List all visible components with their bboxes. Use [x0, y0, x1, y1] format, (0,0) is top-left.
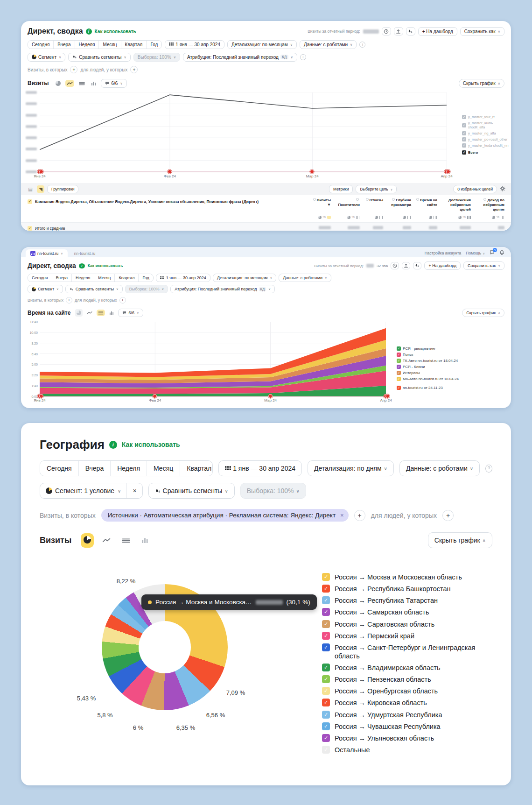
column-display-toggle[interactable]: % — [441, 214, 471, 220]
stacked-area-chart-type-icon[interactable] — [119, 535, 133, 546]
columns-chart-type-icon[interactable] — [90, 80, 98, 87]
legend-checkbox[interactable]: ✓ — [462, 143, 466, 148]
messages-icon[interactable]: 5 — [490, 250, 495, 256]
legend-item[interactable]: ✓y_master_kuda-shodit_alfa — [462, 121, 509, 129]
legend-item[interactable]: ✓Россия → Владимирская область — [322, 664, 476, 672]
sampling-button[interactable]: Выборка: 100%∨ — [133, 53, 180, 62]
compare-segments-button[interactable]: Сравнить сегменты∨ — [68, 53, 131, 62]
annotation-marker[interactable] — [39, 394, 43, 398]
column-header[interactable]: Время на сайте — [415, 198, 437, 212]
legend-item[interactable]: ✓Россия → Удмуртская Республика — [322, 711, 476, 719]
annotations-button[interactable]: 6/6∨ — [118, 309, 143, 317]
legend-item-total[interactable]: ✓Всего — [462, 150, 509, 155]
bell-icon[interactable] — [499, 250, 504, 256]
column-display-toggle[interactable]: % — [475, 214, 504, 220]
legend-item[interactable]: ✓Россия → Кировская область — [322, 699, 476, 707]
detail-level-button[interactable]: Детализация: по дням∨ — [308, 460, 394, 476]
compare-segments-button[interactable]: Сравнить сегменты∨ — [148, 483, 235, 499]
legend-checkbox[interactable]: ✓ — [322, 687, 330, 695]
legend-item[interactable]: ✓ТК-Авто nn-tourist.ru от 18.04.24 — [397, 359, 481, 363]
column-header[interactable]: Посетители — [335, 198, 360, 212]
bars-toggle-icon[interactable] — [434, 216, 437, 219]
segment-clear-icon[interactable]: × — [126, 483, 142, 498]
detail-level-button[interactable]: Детализация: по месяцам∨ — [227, 40, 297, 49]
period-button[interactable]: Сегодня — [28, 274, 52, 282]
date-range-button[interactable]: 1 янв — 30 апр 2024 — [218, 460, 302, 476]
percent-toggle-icon[interactable]: % — [463, 215, 466, 219]
attribution-button[interactable]: Атрибуция: Последний значимый переходКД∨ — [183, 53, 297, 62]
legend-item[interactable]: ✓y_master_kuda-shodit_nn — [462, 143, 509, 148]
legend-checkbox[interactable]: ✓ — [322, 722, 330, 730]
column-display-toggle[interactable] — [415, 214, 437, 220]
legend-checkbox[interactable]: ✓ — [397, 371, 401, 375]
hide-chart-button[interactable]: Скрыть график∧ — [459, 79, 504, 88]
column-goal-radio[interactable] — [366, 198, 369, 201]
period-button[interactable]: Квартал — [180, 461, 213, 476]
export-icon[interactable] — [394, 27, 403, 35]
columns-chart-type-icon[interactable] — [108, 310, 115, 316]
add-people-filter-button[interactable]: + — [130, 66, 138, 73]
annotations-button[interactable]: 6/6∨ — [101, 79, 127, 88]
how-to-use-link[interactable]: Как использовать — [122, 441, 180, 448]
choose-goal-button[interactable]: Выберите цель∨ — [356, 185, 397, 193]
detail-level-button[interactable]: Детализация: по месяцам∨ — [213, 274, 276, 282]
bars-toggle-icon[interactable] — [327, 216, 331, 219]
stacked-area-chart-type-icon[interactable] — [97, 310, 105, 316]
column-display-toggle[interactable]: % — [310, 214, 331, 220]
legend-item[interactable]: ✓РСЯ - ремаркетинг — [397, 346, 481, 351]
period-button[interactable]: Неделя — [75, 41, 99, 49]
save-as-button[interactable]: Сохранить как∨ — [463, 261, 504, 270]
legend-item[interactable]: ✓Поиск — [397, 353, 481, 357]
legend-checkbox[interactable]: ✓ — [462, 131, 466, 135]
bars-toggle-icon[interactable] — [467, 216, 471, 219]
annotation-marker[interactable] — [446, 169, 450, 174]
how-to-use-link[interactable]: Как использовать — [95, 29, 136, 34]
legend-item[interactable]: ✓Россия → Чувашская Республика — [322, 722, 476, 731]
legend-checkbox[interactable]: ✓ — [322, 585, 330, 593]
how-to-use-link[interactable]: Как использовать — [88, 263, 123, 268]
add-people-filter-button[interactable]: + — [119, 297, 126, 304]
pie-toggle-icon[interactable] — [458, 216, 462, 219]
stacked-area-chart-type-icon[interactable] — [77, 80, 86, 87]
period-button[interactable]: Вчера — [53, 41, 74, 49]
percent-toggle-icon[interactable]: % — [323, 215, 326, 219]
export-icon[interactable] — [402, 262, 410, 269]
period-button[interactable]: Вчера — [78, 461, 111, 476]
legend-item[interactable]: ✓nn-tourist.ru от 24.11.23 — [397, 386, 481, 390]
filter-chip-source[interactable]: Источники · Автоматическая атрибуция · Р… — [101, 509, 349, 522]
data-robots-button[interactable]: Данные: с роботами∨ — [300, 40, 357, 49]
sampling-button[interactable]: Выборка: 100%∨ — [240, 483, 306, 499]
bars-toggle-icon[interactable] — [501, 216, 504, 219]
period-button[interactable]: Неделя — [71, 274, 94, 282]
add-people-filter-button[interactable]: + — [442, 510, 454, 521]
list-view-icon[interactable]: ▤ — [27, 185, 34, 193]
data-robots-button[interactable]: Данные: с роботами∨ — [279, 274, 331, 282]
visits-line-chart[interactable]: Янв 24Фев 24Мар 24Апр 24 ✓y_master_tour_… — [21, 90, 511, 183]
attribution-button[interactable]: Атрибуция: Последний значимый переходКД∨ — [170, 285, 275, 293]
segment-button[interactable]: Сегмент: 1 условие∨ — [40, 483, 126, 498]
period-button[interactable]: Вчера — [52, 274, 71, 282]
pie-chart-type-icon[interactable] — [54, 79, 62, 87]
date-range-button[interactable]: 1 янв — 30 апр 2024 — [156, 274, 210, 282]
legend-item[interactable]: ✓Россия → Пермский край — [322, 632, 476, 640]
legend-checkbox[interactable]: ✓ — [462, 150, 466, 155]
legend-checkbox[interactable]: ✓ — [322, 573, 330, 581]
column-display-toggle[interactable] — [387, 214, 411, 220]
column-goal-radio[interactable] — [416, 198, 419, 201]
column-display-toggle[interactable] — [364, 214, 383, 220]
compare-segments-button[interactable]: Сравнить сегменты∨ — [65, 285, 123, 293]
help-link[interactable]: Помощь ∨ — [466, 251, 485, 255]
history-icon[interactable] — [382, 27, 391, 35]
legend-item[interactable]: ✓Россия → Республика Татарстан — [322, 596, 476, 605]
legend-checkbox[interactable]: ✓ — [397, 359, 401, 363]
row-checkbox[interactable]: ✓ — [28, 199, 32, 204]
hide-chart-button[interactable]: Скрыть график∧ — [428, 532, 492, 548]
period-button[interactable]: Месяц — [98, 41, 120, 49]
bars-toggle-icon[interactable] — [356, 216, 360, 219]
pie-toggle-icon[interactable] — [403, 216, 406, 219]
annotation-marker[interactable] — [168, 169, 172, 174]
legend-checkbox[interactable]: ✓ — [397, 353, 401, 357]
legend-checkbox[interactable]: ✓ — [397, 346, 401, 351]
period-button[interactable]: Квартал — [121, 41, 147, 49]
add-visit-filter-button[interactable]: + — [70, 66, 77, 73]
